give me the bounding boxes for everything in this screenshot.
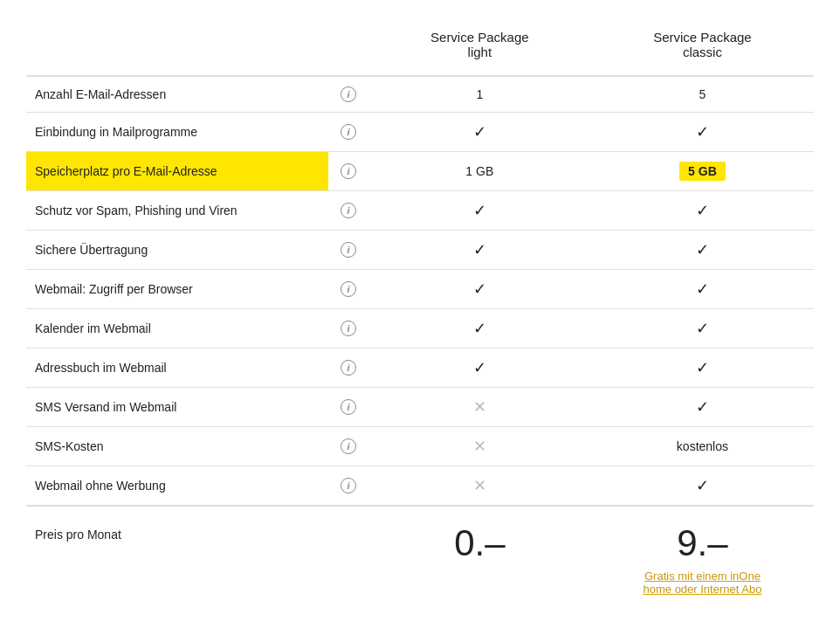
feature-header bbox=[26, 17, 328, 76]
check-cell: ✓ bbox=[591, 388, 814, 427]
check-cell: ✓ bbox=[591, 466, 814, 507]
table-row: Einbindung in Mailprogrammei✓✓ bbox=[26, 113, 814, 152]
check-icon: ✓ bbox=[696, 359, 709, 376]
check-icon: ✓ bbox=[473, 202, 486, 219]
info-header bbox=[328, 17, 368, 76]
check-icon: ✓ bbox=[696, 280, 709, 298]
info-icon[interactable]: i bbox=[341, 321, 356, 336]
text-value-cell: kostenlos bbox=[591, 427, 814, 466]
info-cell[interactable]: i bbox=[328, 113, 368, 152]
check-icon: ✓ bbox=[473, 241, 486, 259]
light-price: 0.– bbox=[377, 522, 582, 564]
highlighted-value-cell: 5 GB bbox=[591, 152, 814, 191]
classic-price: 9.– bbox=[600, 522, 805, 564]
check-cell: ✓ bbox=[591, 231, 814, 270]
info-cell[interactable]: i bbox=[328, 348, 368, 388]
info-icon[interactable]: i bbox=[341, 438, 356, 454]
info-icon[interactable]: i bbox=[341, 360, 356, 376]
check-icon: ✓ bbox=[696, 477, 709, 494]
info-cell[interactable]: i bbox=[328, 388, 368, 427]
feature-label: Webmail ohne Werbung bbox=[26, 466, 328, 507]
comparison-table: Service Packagelight Service Packageclas… bbox=[26, 17, 814, 603]
text-value-cell: 1 GB bbox=[368, 152, 591, 191]
check-icon: ✓ bbox=[473, 359, 486, 376]
comparison-container: Service Packagelight Service Packageclas… bbox=[0, 0, 840, 621]
cross-icon: ✕ bbox=[473, 398, 486, 416]
cross-cell: ✕ bbox=[368, 388, 591, 427]
info-icon[interactable]: i bbox=[341, 124, 356, 140]
check-cell: ✓ bbox=[591, 348, 814, 388]
classic-price-cell: 9.– Gratis mit einem inOnehome oder Inte… bbox=[591, 506, 814, 603]
check-cell: ✓ bbox=[368, 231, 591, 270]
check-cell: ✓ bbox=[591, 191, 814, 231]
price-row: Preis pro Monat 0.– 9.– Gratis mit einem… bbox=[26, 506, 814, 603]
price-info-empty bbox=[328, 506, 368, 603]
info-cell[interactable]: i bbox=[328, 152, 368, 191]
info-cell[interactable]: i bbox=[328, 309, 368, 348]
light-header: Service Packagelight bbox=[368, 17, 591, 76]
table-row: Kalender im Webmaili✓✓ bbox=[26, 309, 814, 348]
check-cell: ✓ bbox=[368, 309, 591, 348]
table-row: Webmail ohne Werbungi✕✓ bbox=[26, 466, 814, 507]
feature-label: Sichere Übertragung bbox=[26, 231, 328, 270]
check-cell: ✓ bbox=[368, 191, 591, 231]
feature-label: SMS Versand im Webmail bbox=[26, 388, 328, 427]
info-cell[interactable]: i bbox=[328, 76, 368, 113]
info-cell[interactable]: i bbox=[328, 270, 368, 309]
info-icon[interactable]: i bbox=[341, 163, 356, 179]
feature-label: Webmail: Zugriff per Browser bbox=[26, 270, 328, 309]
table-row: Schutz vor Spam, Phishing und Vireni✓✓ bbox=[26, 191, 814, 231]
info-icon[interactable]: i bbox=[341, 281, 356, 297]
info-cell[interactable]: i bbox=[328, 466, 368, 507]
table-row: Speicherplatz pro E-Mail-Adressei1 GB5 G… bbox=[26, 152, 814, 191]
check-icon: ✓ bbox=[473, 320, 486, 337]
feature-label: Speicherplatz pro E-Mail-Adresse bbox=[26, 152, 328, 191]
feature-label: SMS-Kosten bbox=[26, 427, 328, 466]
table-row: Sichere Übertragungi✓✓ bbox=[26, 231, 814, 270]
cross-icon: ✕ bbox=[473, 477, 486, 494]
feature-label: Schutz vor Spam, Phishing und Viren bbox=[26, 191, 328, 231]
header-row: Service Packagelight Service Packageclas… bbox=[26, 17, 814, 76]
check-cell: ✓ bbox=[368, 348, 591, 388]
info-icon[interactable]: i bbox=[341, 242, 356, 258]
table-row: SMS Versand im Webmaili✕✓ bbox=[26, 388, 814, 427]
gratis-link[interactable]: Gratis mit einem inOnehome oder Internet… bbox=[600, 569, 805, 596]
light-package-title: Service Packagelight bbox=[430, 30, 529, 59]
check-cell: ✓ bbox=[368, 270, 591, 309]
table-row: SMS-Kosteni✕kostenlos bbox=[26, 427, 814, 466]
info-icon[interactable]: i bbox=[341, 203, 356, 218]
highlighted-value: 5 GB bbox=[679, 162, 726, 181]
check-icon: ✓ bbox=[696, 202, 709, 219]
gratis-link-text[interactable]: Gratis mit einem inOnehome oder Internet… bbox=[644, 569, 762, 596]
table-row: Webmail: Zugriff per Browseri✓✓ bbox=[26, 270, 814, 309]
text-value-cell: 5 bbox=[591, 76, 814, 113]
info-cell[interactable]: i bbox=[328, 231, 368, 270]
info-cell[interactable]: i bbox=[328, 427, 368, 466]
feature-label: Kalender im Webmail bbox=[26, 309, 328, 348]
cross-icon: ✕ bbox=[473, 438, 486, 455]
info-icon[interactable]: i bbox=[341, 399, 356, 415]
light-price-cell: 0.– bbox=[368, 506, 591, 603]
table-row: Anzahl E-Mail-Adresseni15 bbox=[26, 76, 814, 113]
table-row: Adressbuch im Webmaili✓✓ bbox=[26, 348, 814, 388]
text-value-cell: 1 bbox=[368, 76, 591, 113]
feature-label: Einbindung in Mailprogramme bbox=[26, 113, 328, 152]
feature-label: Anzahl E-Mail-Adressen bbox=[26, 76, 328, 113]
check-icon: ✓ bbox=[696, 123, 709, 141]
classic-header: Service Packageclassic bbox=[591, 17, 814, 76]
check-icon: ✓ bbox=[473, 280, 486, 298]
check-icon: ✓ bbox=[696, 241, 709, 259]
check-cell: ✓ bbox=[591, 270, 814, 309]
check-cell: ✓ bbox=[591, 113, 814, 152]
check-cell: ✓ bbox=[368, 113, 591, 152]
check-icon: ✓ bbox=[696, 320, 709, 337]
price-label: Preis pro Monat bbox=[26, 506, 328, 603]
feature-label: Adressbuch im Webmail bbox=[26, 348, 328, 388]
cross-cell: ✕ bbox=[368, 427, 591, 466]
check-icon: ✓ bbox=[473, 123, 486, 141]
info-cell[interactable]: i bbox=[328, 191, 368, 231]
info-icon[interactable]: i bbox=[341, 478, 356, 493]
info-icon[interactable]: i bbox=[341, 86, 356, 102]
classic-package-title: Service Packageclassic bbox=[653, 30, 752, 59]
check-icon: ✓ bbox=[696, 398, 709, 416]
